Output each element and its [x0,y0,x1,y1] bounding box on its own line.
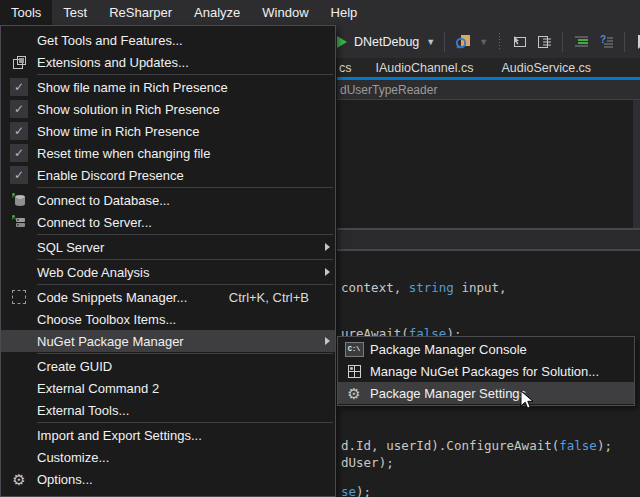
nuget-package-manager-submenu: C:\ Package Manager Console Manage NuGet… [337,336,635,406]
menu-item-show-solution-rich-presence[interactable]: ✓ Show solution in Rich Presence [1,98,335,120]
submenu-arrow-icon [325,243,330,251]
code-snippets-icon [1,290,37,304]
gear-icon: ⚙ [338,386,370,401]
tools-menu: Get Tools and Features... Extensions and… [0,25,336,497]
server-icon [1,214,37,230]
menu-separator [37,259,333,260]
start-debug-icon[interactable] [337,36,347,48]
mouse-cursor [520,390,534,410]
tab-truncated[interactable]: cs [337,61,362,75]
menu-separator [37,74,333,75]
extensions-icon [1,55,37,70]
document-tabstrip: cs IAudioChannel.cs AudioService.cs [337,58,640,80]
vs-window: Tools Test ReSharper Analyze Window Help… [0,0,640,497]
menu-shortcut: Ctrl+K, Ctrl+B [229,290,319,305]
code-line: d.Id, userId).ConfigureAwait(false); [341,438,612,453]
tab-audioservice[interactable]: AudioService.cs [487,61,605,75]
menu-item-show-time-rich-presence[interactable]: ✓ Show time in Rich Presence [1,120,335,142]
run-configuration-chevron-icon[interactable]: ▼ [426,37,435,47]
check-icon: ✓ [10,122,28,140]
menu-separator [37,234,333,235]
menu-item-get-tools-and-features[interactable]: Get Tools and Features... [1,29,335,51]
menu-separator [37,422,333,423]
menu-item-import-export-settings[interactable]: Import and Export Settings... [1,424,335,446]
menu-item-enable-discord-presence[interactable]: ✓ Enable Discord Presence [1,164,335,186]
console-icon: C:\ [338,342,370,357]
menu-item-connect-to-server[interactable]: Connect to Server... [1,211,335,233]
menubar-item-tools[interactable]: Tools [0,0,52,25]
toolbar-separator [444,32,445,52]
breadcrumb-type-name[interactable]: dUserTypeReader [340,83,437,97]
submenu-item-package-manager-console[interactable]: C:\ Package Manager Console [338,338,634,360]
menu-item-create-guid[interactable]: Create GUID [1,355,335,377]
bookmark-icon[interactable] [634,33,640,51]
menubar-item-resharper[interactable]: ReSharper [98,0,183,25]
submenu-item-package-manager-settings[interactable]: ⚙ Package Manager Settings [338,382,634,404]
menu-item-connect-to-database[interactable]: Connect to Database... [1,189,335,211]
menubar-item-test[interactable]: Test [52,0,98,25]
menubar-item-window[interactable]: Window [251,0,319,25]
view-code-icon[interactable] [535,33,553,51]
check-icon: ✓ [10,78,28,96]
indent-lines-icon[interactable] [572,33,590,51]
menubar-item-help[interactable]: Help [320,0,369,25]
menu-item-extensions-and-updates[interactable]: Extensions and Updates... [1,51,335,73]
svg-text:?: ? [600,34,606,45]
menu-item-code-snippets-manager[interactable]: Code Snippets Manager... Ctrl+K, Ctrl+B [1,286,335,308]
toolbar-separator [562,32,563,52]
code-line: context, string input, [341,280,507,295]
submenu-arrow-icon [325,268,330,276]
check-icon: ✓ [10,144,28,162]
view-designer-icon[interactable] [510,33,528,51]
menu-separator [37,353,333,354]
menu-item-external-tools[interactable]: External Tools... [1,399,335,421]
menu-item-external-command-2[interactable]: External Command 2 [1,377,335,399]
nuget-packages-icon [338,364,370,379]
find-in-files-icon[interactable] [454,33,472,51]
code-editor[interactable]: context, string input, ureAwait(false); … [337,100,640,497]
help-lines-icon[interactable]: ? [597,33,615,51]
menu-item-web-code-analysis[interactable]: Web Code Analysis [1,261,335,283]
menu-separator [37,284,333,285]
check-icon: ✓ [10,166,28,184]
code-line: dUser); [341,455,394,470]
database-icon [1,192,37,208]
editor-splitter[interactable] [337,228,640,251]
toolbar-overflow-chevron-icon[interactable]: ▼ [479,37,488,47]
tab-iaudiochannel[interactable]: IAudioChannel.cs [362,61,488,75]
toolbar-separator [624,32,625,52]
menubar-item-analyze[interactable]: Analyze [183,0,251,25]
menu-item-reset-time-when-changing-file[interactable]: ✓ Reset time when changing file [1,142,335,164]
gear-icon: ⚙ [1,472,37,487]
submenu-arrow-icon [325,337,330,345]
code-line: se); [341,484,371,497]
menu-item-options[interactable]: ⚙ Options... [1,468,335,490]
menu-item-show-file-name-rich-presence[interactable]: ✓ Show file name in Rich Presence [1,76,335,98]
menu-separator [37,187,333,188]
menubar: Tools Test ReSharper Analyze Window Help [0,0,640,25]
check-icon: ✓ [10,100,28,118]
submenu-item-manage-nuget-packages[interactable]: Manage NuGet Packages for Solution... [338,360,634,382]
menu-item-sql-server[interactable]: SQL Server [1,236,335,258]
menu-item-customize[interactable]: Customize... [1,446,335,468]
menu-item-nuget-package-manager[interactable]: NuGet Package Manager [1,330,335,352]
editor-navigation-bar[interactable]: dUserTypeReader [337,80,640,100]
menu-item-choose-toolbox-items[interactable]: Choose Toolbox Items... [1,308,335,330]
editor-scrollbar[interactable] [633,100,640,229]
toolbar-drag-handle[interactable] [497,33,501,51]
run-configuration-select[interactable]: DNetDebug [354,35,419,49]
